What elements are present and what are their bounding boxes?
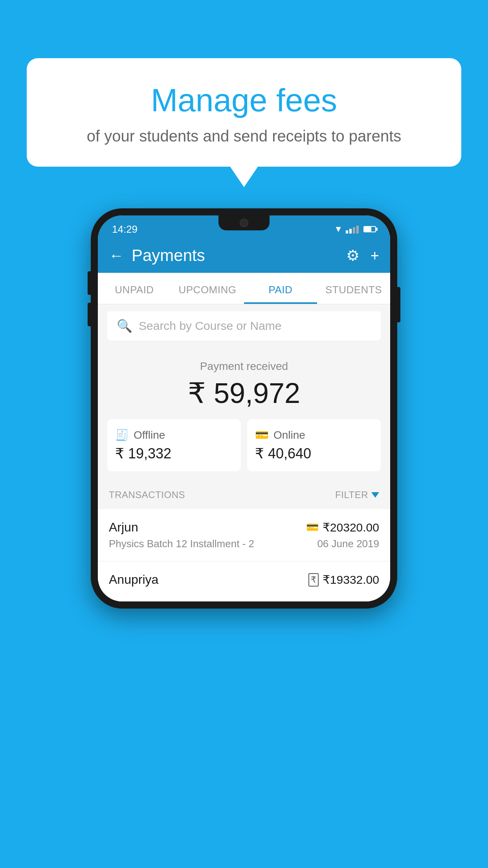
tab-unpaid[interactable]: UNPAID [98,273,171,304]
back-button[interactable]: ← [109,247,124,264]
transactions-header: TRANSACTIONS FILTER [98,481,390,509]
status-time: 14:29 [112,223,138,235]
transaction-amount: ₹20320.00 [323,520,379,534]
add-button[interactable]: + [371,247,379,264]
transaction-name: Arjun [109,520,138,535]
filter-button[interactable]: FILTER [335,489,379,500]
online-label: Online [273,429,305,441]
phone-wrapper: 14:29 ▼ [91,208,397,609]
transaction-top: Arjun 💳 ₹20320.00 [109,520,379,535]
offline-icon: 🧾 [115,428,129,441]
search-container: 🔍 Search by Course or Name [98,304,390,348]
tab-students[interactable]: STUDENTS [317,273,390,304]
volume-down-button [88,303,91,326]
battery-icon [363,226,376,232]
speech-bubble: Manage fees of your students and send re… [27,58,461,167]
signal-icon [346,225,359,234]
transaction-amount-wrapper: 💳 ₹20320.00 [306,520,379,534]
online-icon: 💳 [255,428,269,441]
payment-summary: Payment received ₹ 59,972 🧾 Offline ₹ 19… [98,348,390,481]
online-amount: ₹ 40,640 [255,445,373,462]
search-placeholder: Search by Course or Name [139,319,282,333]
transaction-row[interactable]: Arjun 💳 ₹20320.00 Physics Batch 12 Insta… [98,509,390,561]
transaction-amount-wrapper: ₹ ₹19332.00 [308,573,379,587]
settings-icon[interactable]: ⚙ [346,247,360,264]
card-payment-icon: 💳 [306,521,319,533]
transaction-bottom: Physics Batch 12 Installment - 2 06 June… [109,538,379,550]
transaction-row[interactable]: Anupriya ₹ ₹19332.00 [98,561,390,601]
transaction-amount: ₹19332.00 [323,573,379,587]
transactions-label: TRANSACTIONS [109,489,185,500]
online-card-header: 💳 Online [255,428,373,441]
tabs-bar: UNPAID UPCOMING PAID STUDENTS [98,273,390,304]
wifi-icon: ▼ [334,224,343,234]
phone-screen: 14:29 ▼ [98,215,390,601]
tab-upcoming[interactable]: UPCOMING [171,273,244,304]
status-icons: ▼ [334,224,376,234]
transaction-detail: Physics Batch 12 Installment - 2 [109,538,254,550]
phone-notch [218,215,270,230]
bubble-title: Manage fees [50,82,438,119]
payment-total-amount: ₹ 59,972 [107,377,381,410]
online-card: 💳 Online ₹ 40,640 [247,419,381,471]
offline-card: 🧾 Offline ₹ 19,332 [107,419,241,471]
offline-card-header: 🧾 Offline [115,428,233,441]
payment-cards: 🧾 Offline ₹ 19,332 💳 Online ₹ 40,640 [107,419,381,471]
volume-up-button [88,271,91,295]
phone-outer: 14:29 ▼ [91,208,397,609]
filter-label: FILTER [335,489,368,500]
rupee-payment-icon: ₹ [308,573,319,587]
transaction-date: 06 June 2019 [317,538,379,550]
payment-received-label: Payment received [107,360,381,373]
front-camera [240,219,248,227]
bubble-subtitle: of your students and send receipts to pa… [50,127,438,145]
transaction-top: Anupriya ₹ ₹19332.00 [109,572,379,587]
offline-amount: ₹ 19,332 [115,445,233,462]
app-bar-actions: ⚙ + [346,247,379,264]
search-bar[interactable]: 🔍 Search by Course or Name [107,311,381,340]
app-bar: ← Payments ⚙ + [98,238,390,273]
search-icon: 🔍 [117,318,132,333]
power-button [397,287,400,322]
transaction-name: Anupriya [109,572,158,587]
offline-label: Offline [134,429,165,441]
filter-icon [371,492,379,498]
speech-bubble-container: Manage fees of your students and send re… [27,58,461,167]
page-title: Payments [132,246,346,265]
tab-paid[interactable]: PAID [244,273,317,304]
